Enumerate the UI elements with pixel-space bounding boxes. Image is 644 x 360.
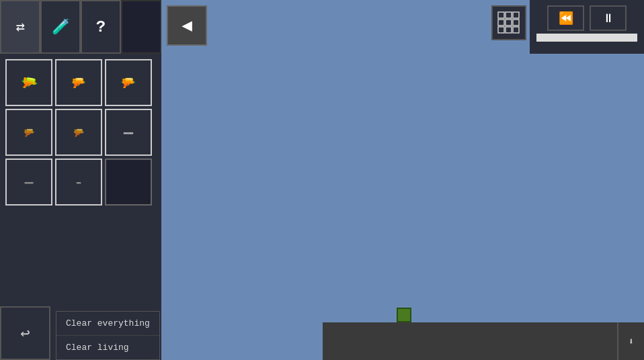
svg-rect-3 <box>498 19 504 26</box>
game-area: ⬇ <box>161 0 644 360</box>
weapon-icon-8: ▬ <box>77 178 81 186</box>
playback-buttons: ⏪ ⏸ <box>547 5 627 31</box>
help-button[interactable]: ? <box>81 0 121 54</box>
weapon-icon-3: 🔫 <box>121 75 136 90</box>
svg-rect-1 <box>506 12 512 18</box>
exit-icon: ↩ <box>20 324 30 343</box>
progress-bar-container <box>536 34 637 42</box>
weapon-icon-7: ▬▬ <box>24 178 33 186</box>
grid-icon <box>497 11 521 35</box>
weapon-icon-1: 🔫 <box>19 73 39 93</box>
weapon-icon-4: 🔫 <box>24 127 35 138</box>
pause-icon: ⏸ <box>602 11 614 26</box>
grid-toggle-button[interactable] <box>491 5 526 40</box>
weapon-slot-2[interactable]: 🔫 <box>55 59 102 106</box>
ground-bar <box>323 322 644 360</box>
top-toolbar: ⇄ 🧪 ? <box>0 0 161 54</box>
weapon-slot-5[interactable]: 🔫 <box>55 109 102 156</box>
weapon-slot-9[interactable] <box>105 159 152 206</box>
swap-icon: ⇄ <box>15 18 24 36</box>
rewind-button[interactable]: ⏪ <box>547 5 584 31</box>
progress-bar-fill <box>536 34 637 42</box>
svg-rect-2 <box>513 12 519 18</box>
clear-living-button[interactable]: Clear living <box>56 336 159 359</box>
exit-button[interactable]: ↩ <box>0 306 50 360</box>
back-button[interactable]: ◀ <box>167 5 207 46</box>
weapon-slot-1[interactable]: 🔫 <box>5 59 52 106</box>
weapon-slot-8[interactable]: ▬ <box>55 159 102 206</box>
swap-button[interactable]: ⇄ <box>0 0 40 54</box>
question-icon: ? <box>96 18 106 36</box>
rewind-icon: ⏪ <box>559 11 573 26</box>
weapon-slot-3[interactable]: 🔫 <box>105 59 152 106</box>
svg-rect-8 <box>513 27 519 33</box>
toolbar-empty-slot <box>121 0 161 54</box>
bag-button[interactable]: 🧪 <box>40 0 81 54</box>
weapon-slot-7[interactable]: ▬▬ <box>5 159 52 206</box>
pause-button[interactable]: ⏸ <box>590 5 627 31</box>
svg-rect-5 <box>513 19 519 26</box>
bottom-right-indicator: ⬇ <box>617 322 644 360</box>
weapon-slot-6[interactable]: ▬▬ <box>105 109 152 156</box>
top-right-controls: ⏪ ⏸ <box>530 0 644 54</box>
weapon-icon-5: 🔫 <box>73 127 85 138</box>
bag-icon: 🧪 <box>52 18 70 36</box>
clear-everything-button[interactable]: Clear everything <box>56 312 159 336</box>
down-arrow-icon: ⬇ <box>629 336 634 347</box>
svg-rect-4 <box>506 19 512 26</box>
svg-rect-6 <box>498 27 504 33</box>
weapon-icon-2: 🔫 <box>71 75 86 90</box>
bottom-left-area: ↩ Clear everything Clear living <box>0 306 161 360</box>
back-icon: ◀ <box>182 15 192 36</box>
context-menu: Clear everything Clear living <box>56 311 160 360</box>
entity-block <box>397 308 411 322</box>
svg-rect-0 <box>498 12 504 18</box>
weapon-slot-4[interactable]: 🔫 <box>5 109 52 156</box>
svg-rect-7 <box>506 27 512 33</box>
weapon-icon-6: ▬▬ <box>124 128 133 137</box>
